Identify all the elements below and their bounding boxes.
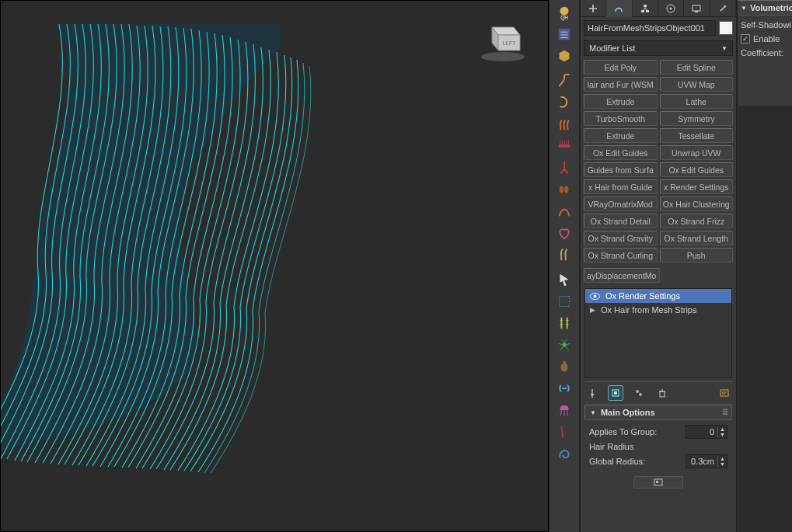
jelly-icon[interactable] [553, 399, 576, 421]
modifier-button[interactable]: Push [660, 248, 734, 263]
radius-map-button[interactable] [633, 476, 683, 489]
applies-to-group-value: 0 [686, 427, 717, 436]
pointer-icon[interactable] [553, 269, 576, 290]
modifier-button[interactable]: VRayOrnatrixMod [584, 196, 658, 211]
heat-waves-icon[interactable] [553, 113, 576, 135]
modifier-button[interactable]: Ox Hair Clustering [660, 196, 734, 211]
settings-list-icon[interactable] [553, 23, 576, 45]
modifier-button[interactable]: Ox Strand Frizz [660, 214, 734, 228]
braid-box-icon[interactable] [553, 290, 576, 312]
volumetric-rollout-header[interactable]: ▼ Volumetric [738, 0, 792, 16]
svg-marker-10 [560, 50, 570, 62]
self-shadowing-label: Self-Shadowi [741, 20, 792, 30]
wavy-strand-icon[interactable] [553, 70, 576, 92]
double-strand-icon[interactable] [553, 244, 576, 266]
heart-icon[interactable] [553, 222, 576, 244]
enable-checkbox[interactable]: ✓ [741, 34, 750, 43]
modifier-button[interactable]: Ox Edit Guides [584, 145, 658, 160]
comb-icon[interactable] [553, 135, 576, 157]
modifier-button[interactable]: lair and Fur (WSM [584, 77, 658, 92]
modifier-stack[interactable]: Ox Render Settings ▶ Ox Hair from Mesh S… [584, 288, 732, 378]
object-name-input[interactable] [584, 20, 716, 36]
trash-icon[interactable] [654, 385, 670, 401]
eye-icon [588, 293, 601, 300]
svg-point-0 [481, 52, 525, 61]
curve-icon[interactable] [553, 200, 576, 222]
svg-point-21 [560, 363, 567, 371]
stack-item-render-settings[interactable]: Ox Render Settings [585, 289, 731, 303]
svg-point-18 [564, 186, 569, 193]
viewport[interactable]: LEFT [0, 0, 549, 532]
svg-text:QH: QH [560, 15, 568, 21]
modifier-button[interactable]: Lathe [660, 94, 734, 109]
tab-hierarchy[interactable] [633, 0, 658, 17]
modifier-button[interactable]: Extrude [584, 94, 658, 109]
modifier-button[interactable]: Edit Poly [584, 60, 658, 75]
spider-icon[interactable] [553, 334, 576, 356]
tab-create[interactable] [581, 0, 606, 17]
applies-to-group-spinner[interactable]: 0 ▲▼ [686, 425, 727, 439]
stack-item-label: Ox Hair from Mesh Strips [601, 305, 696, 315]
hair-radius-label: Hair Radius [589, 442, 727, 451]
svg-rect-11 [559, 144, 570, 148]
modifier-button[interactable]: Ox Strand Length [660, 231, 734, 245]
stack-item-hair-from-mesh-strips[interactable]: ▶ Ox Hair from Mesh Strips [585, 303, 731, 317]
modifier-button[interactable]: Unwrap UVW [660, 145, 734, 160]
svg-rect-29 [695, 11, 698, 12]
modifier-button[interactable]: Ox Strand Curling [584, 248, 658, 263]
link-icon[interactable] [553, 377, 576, 399]
modifier-button[interactable]: Guides from Surfa [584, 162, 658, 177]
modifier-button-displacement[interactable]: ayDisplacementMo [584, 268, 660, 283]
rollup-main-options: ▼ Main Options ⠿ Applies To Group: 0 ▲▼ … [584, 405, 732, 490]
applies-to-group-label: Applies To Group: [589, 427, 681, 436]
svg-point-35 [639, 393, 642, 396]
modifier-button[interactable]: Symmetry [660, 111, 734, 126]
modifier-button[interactable]: Ox Edit Guides [660, 162, 734, 177]
tab-utilities[interactable] [710, 0, 736, 17]
command-panel: Modifier List ▼ Edit PolyEdit Splinelair… [580, 0, 737, 532]
enable-checkbox-row[interactable]: ✓ Enable [741, 34, 792, 43]
volumetric-title: Volumetric [750, 3, 792, 12]
configure-modifier-sets-icon[interactable] [717, 385, 732, 401]
seeds-icon[interactable] [553, 179, 576, 200]
viewcube[interactable]: LEFT [475, 16, 531, 63]
svg-rect-28 [693, 5, 700, 11]
branch-down-icon[interactable] [553, 157, 576, 179]
make-unique-icon[interactable] [631, 385, 647, 401]
tab-display[interactable] [684, 0, 710, 17]
modifier-button[interactable]: Ox Strand Detail [584, 214, 658, 228]
modifier-list-dropdown[interactable]: Modifier List ▼ [584, 40, 733, 56]
modifier-stack-tools [584, 381, 732, 398]
stack-item-label: Ox Render Settings [605, 291, 680, 301]
swirl-icon[interactable] [553, 443, 576, 464]
modifier-button[interactable]: Edit Spline [660, 60, 734, 75]
modifier-button[interactable]: Tessellate [660, 128, 734, 143]
tracks-icon[interactable] [553, 312, 576, 334]
object-color-swatch[interactable] [719, 21, 733, 35]
hexagon-icon[interactable] [553, 45, 576, 67]
tab-modify[interactable] [606, 0, 632, 17]
show-end-result-icon[interactable] [608, 385, 623, 401]
modifier-button-grid: Edit PolyEdit Splinelair and Fur (WSMUVW… [581, 57, 736, 266]
modifier-button[interactable]: x Hair from Guide [584, 179, 658, 194]
modifier-button[interactable]: UVW Map [660, 77, 734, 92]
quickhair-icon[interactable]: QH [553, 2, 576, 23]
command-panel-tabs [581, 0, 736, 17]
modifier-button[interactable]: x Render Settings [660, 179, 734, 194]
svg-point-20 [562, 342, 567, 347]
hair-strands-diagram [1, 1, 549, 532]
hook-icon[interactable] [553, 92, 576, 113]
global-radius-spinner[interactable]: 0.3cm ▲▼ [686, 454, 727, 468]
bug-icon[interactable] [553, 356, 576, 377]
modifier-button[interactable]: Ox Strand Gravity [584, 231, 658, 245]
modifier-button[interactable]: TurboSmooth [584, 111, 658, 126]
triangle-down-icon: ▼ [590, 409, 596, 416]
rollup-header-main-options[interactable]: ▼ Main Options ⠿ [584, 405, 732, 420]
ribbon-icon[interactable] [553, 421, 576, 443]
tab-motion[interactable] [658, 0, 684, 17]
svg-rect-6 [559, 29, 570, 40]
pin-stack-icon[interactable] [584, 385, 600, 401]
rollup-title: Main Options [601, 408, 655, 417]
modifier-button[interactable]: Extrude [584, 128, 658, 143]
svg-point-4 [560, 7, 569, 16]
